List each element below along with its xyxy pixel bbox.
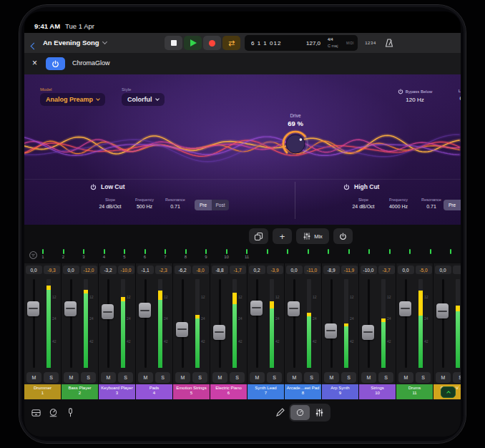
fader-handle[interactable] [399,301,411,316]
fader-handle[interactable] [139,303,151,318]
mute-button[interactable]: M [138,372,153,383]
track-name-tab[interactable]: Keyboard Player3 [99,384,135,399]
controls-button[interactable] [46,405,60,419]
level-control[interactable]: Level 0.0 [448,89,461,102]
high-cut-frequency[interactable]: Frequency 4000 Hz [382,198,415,209]
divider [24,179,461,180]
fader-handle[interactable] [362,325,374,340]
status-time: 9:41 AM [34,22,60,30]
fader-handle[interactable] [213,325,225,340]
lcd-playhead-position: 6 1 1 012 [251,40,281,47]
cable-button[interactable] [63,405,77,419]
fader-value: 0,0 [286,266,303,274]
metronome-button[interactable] [382,36,396,50]
low-cut-slope[interactable]: Slope 24 dB/Oct [93,198,127,209]
low-cut-resonance[interactable]: Resonance 0.71 [162,198,189,209]
solo-button[interactable]: S [416,372,431,383]
track-name-tab[interactable]: Arp Synth9 [322,384,358,399]
track-name-tab[interactable]: Strings10 [359,384,396,399]
count-in-button[interactable]: 1234 [362,36,379,50]
plugin-view-button[interactable] [290,405,310,420]
solo-button[interactable]: S [453,372,461,383]
mute-button[interactable]: M [212,372,227,383]
cycle-button[interactable]: ⇄ [222,36,240,50]
mix-button[interactable]: Mix [296,228,329,244]
browser-button[interactable] [29,405,43,419]
solo-button[interactable]: S [118,372,133,383]
channel-strip-strings: -10,0-3,7122442MSStrings10 [359,263,396,399]
track-name-tab[interactable]: Arcade…eet Pad8 [285,384,321,399]
ruler-tick: 4 [97,249,112,259]
mute-button[interactable]: M [26,372,41,383]
track-name-tab[interactable]: Synth Lead7 [248,384,284,399]
edit-button[interactable] [273,405,288,419]
solo-button[interactable]: S [267,372,282,383]
track-name-tab[interactable]: Bass Player2 [62,384,98,399]
solo-button[interactable]: S [341,372,356,383]
mixer-view-button[interactable] [310,405,329,420]
fader-track [368,279,370,368]
low-cut-header[interactable]: Low Cut [90,183,125,190]
record-button[interactable] [203,36,221,50]
track-name-tab[interactable]: Pads4 [136,384,172,399]
mute-button[interactable]: M [361,372,376,383]
pre-button[interactable]: Pre [444,200,461,210]
fader-handle[interactable] [27,301,39,316]
scale-label: 42 [164,339,168,344]
channel-strip-chorus-v: 0,0122442MSChorus V…12 [433,263,461,399]
solo-button[interactable]: S [230,372,245,383]
fader-handle[interactable] [325,323,337,339]
song-title-menu[interactable]: An Evening Song [43,39,107,47]
bypass-below-control[interactable]: Bypass Below 120 Hz [388,89,442,103]
add-track-button[interactable]: + [273,228,292,244]
close-plugin-button[interactable]: × [32,58,37,68]
mute-button[interactable]: M [175,372,190,383]
mute-button[interactable]: M [324,372,339,383]
track-number: 6 [210,391,247,396]
high-cut-slope[interactable]: Slope 24 dB/Oct [346,198,381,209]
solo-button[interactable]: S [378,372,393,383]
track-name-tab[interactable]: Drums11 [396,384,433,399]
track-name-tab[interactable]: Emotion Strings5 [173,384,210,399]
stop-button[interactable] [165,36,182,50]
mute-button[interactable]: M [101,372,116,383]
scale-label: 12 [52,295,57,299]
high-cut-resonance[interactable]: Resonance 0.71 [418,198,445,209]
style-control[interactable]: Style Colorful [122,87,165,106]
bypass-label: Bypass Below [406,89,433,94]
fader-handle[interactable] [250,301,263,316]
mute-button[interactable]: M [64,372,79,383]
scale-label: 42 [52,339,57,344]
low-cut-frequency[interactable]: Frequency 500 Hz [129,198,160,209]
copy-button[interactable] [249,228,268,244]
track-name-tab[interactable]: Drummer1 [24,384,61,399]
expand-mixer-button[interactable] [441,386,456,398]
mute-button[interactable]: M [398,372,413,383]
fader-handle[interactable] [102,304,114,319]
drive-knob[interactable] [280,129,310,159]
fader-handle[interactable] [64,301,77,316]
mute-button[interactable]: M [436,372,451,383]
lcd-display[interactable]: 6 1 1 012 127,0 4/4 C maj MIDI [245,35,358,51]
fader-track [256,279,258,368]
track-name-tab[interactable]: Electric Piano6 [210,384,247,399]
solo-button[interactable]: S [155,372,170,383]
solo-button[interactable]: S [192,372,207,383]
model-control[interactable]: Model Analog Preamp [40,87,105,106]
fader-handle[interactable] [436,303,449,318]
plugin-power-toggle[interactable] [46,57,65,70]
solo-button[interactable]: S [304,372,319,383]
pre-button[interactable]: Pre [195,200,212,210]
solo-button[interactable]: S [81,372,96,383]
solo-button[interactable]: S [44,372,59,383]
high-cut-header[interactable]: High Cut [343,183,379,190]
mute-button[interactable]: M [287,372,302,383]
mute-button[interactable]: M [250,372,265,383]
drive-knob-group[interactable]: Drive 69 % [265,113,325,159]
fader-handle[interactable] [176,322,188,337]
post-button[interactable]: Post [212,200,229,210]
mixer-power-button[interactable] [333,228,353,244]
play-button[interactable] [184,36,202,50]
back-button[interactable] [31,39,36,52]
fader-handle[interactable] [288,301,300,316]
